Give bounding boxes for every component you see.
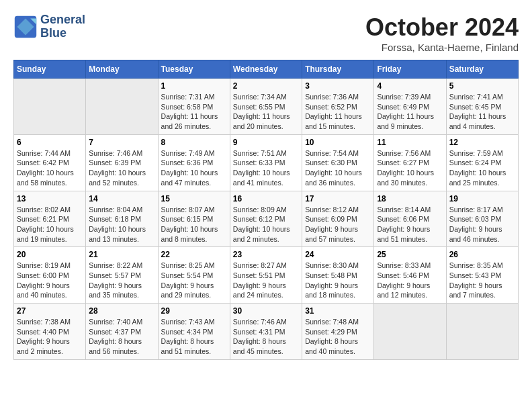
- day-info: Sunrise: 7:36 AM Sunset: 6:52 PM Dayligh…: [305, 92, 371, 132]
- day-info: Sunrise: 7:34 AM Sunset: 6:55 PM Dayligh…: [233, 92, 299, 132]
- day-info: Sunrise: 7:44 AM Sunset: 6:42 PM Dayligh…: [17, 148, 83, 188]
- day-info: Sunrise: 7:46 AM Sunset: 4:31 PM Dayligh…: [233, 317, 299, 357]
- calendar-cell: 12Sunrise: 7:59 AM Sunset: 6:24 PM Dayli…: [446, 134, 518, 191]
- day-info: Sunrise: 8:04 AM Sunset: 6:18 PM Dayligh…: [89, 205, 154, 244]
- day-info: Sunrise: 7:59 AM Sunset: 6:24 PM Dayligh…: [449, 148, 515, 188]
- day-number: 12: [449, 138, 515, 147]
- calendar-cell: 1Sunrise: 7:31 AM Sunset: 6:58 PM Daylig…: [158, 79, 230, 135]
- day-number: 11: [377, 138, 443, 147]
- day-number: 29: [161, 306, 227, 316]
- day-info: Sunrise: 7:49 AM Sunset: 6:36 PM Dayligh…: [161, 148, 227, 188]
- day-number: 10: [305, 138, 371, 147]
- day-number: 14: [89, 194, 154, 203]
- calendar-subtitle: Forssa, Kanta-Haeme, Finland: [365, 42, 519, 53]
- calendar-cell: 24Sunrise: 8:30 AM Sunset: 5:48 PM Dayli…: [302, 247, 374, 304]
- day-number: 2: [233, 81, 299, 91]
- day-number: 28: [89, 306, 154, 316]
- day-info: Sunrise: 7:40 AM Sunset: 4:37 PM Dayligh…: [89, 317, 154, 357]
- logo-icon: [13, 15, 38, 39]
- calendar-cell: 10Sunrise: 7:54 AM Sunset: 6:30 PM Dayli…: [302, 134, 374, 191]
- day-info: Sunrise: 8:02 AM Sunset: 6:21 PM Dayligh…: [17, 205, 83, 244]
- day-info: Sunrise: 7:56 AM Sunset: 6:27 PM Dayligh…: [377, 148, 443, 188]
- day-info: Sunrise: 7:54 AM Sunset: 6:30 PM Dayligh…: [305, 148, 371, 188]
- day-header-sunday: Sunday: [14, 60, 86, 79]
- calendar-cell: 30Sunrise: 7:46 AM Sunset: 4:31 PM Dayli…: [230, 304, 302, 360]
- day-number: 23: [233, 250, 299, 259]
- calendar-cell: 25Sunrise: 8:33 AM Sunset: 5:46 PM Dayli…: [374, 247, 446, 304]
- day-info: Sunrise: 7:31 AM Sunset: 6:58 PM Dayligh…: [161, 92, 227, 132]
- calendar-cell: 6Sunrise: 7:44 AM Sunset: 6:42 PM Daylig…: [14, 134, 86, 191]
- day-number: 22: [161, 250, 227, 259]
- day-number: 18: [377, 194, 443, 203]
- calendar-cell: 3Sunrise: 7:36 AM Sunset: 6:52 PM Daylig…: [302, 79, 374, 135]
- calendar-cell: [374, 304, 446, 360]
- day-header-tuesday: Tuesday: [158, 60, 230, 79]
- calendar-cell: 15Sunrise: 8:07 AM Sunset: 6:15 PM Dayli…: [158, 191, 230, 247]
- calendar-cell: 7Sunrise: 7:46 AM Sunset: 6:39 PM Daylig…: [86, 134, 158, 191]
- calendar-cell: 28Sunrise: 7:40 AM Sunset: 4:37 PM Dayli…: [86, 304, 158, 360]
- day-number: 15: [161, 194, 227, 203]
- header-row: SundayMondayTuesdayWednesdayThursdayFrid…: [14, 60, 519, 79]
- day-info: Sunrise: 8:07 AM Sunset: 6:15 PM Dayligh…: [161, 205, 227, 244]
- day-header-thursday: Thursday: [302, 60, 374, 79]
- day-number: 9: [233, 138, 299, 147]
- day-info: Sunrise: 8:22 AM Sunset: 5:57 PM Dayligh…: [89, 261, 154, 300]
- day-header-monday: Monday: [86, 60, 158, 79]
- day-info: Sunrise: 7:39 AM Sunset: 6:49 PM Dayligh…: [377, 92, 443, 132]
- day-number: 5: [449, 81, 515, 91]
- day-number: 17: [305, 194, 371, 203]
- day-number: 6: [17, 138, 83, 147]
- calendar-cell: 14Sunrise: 8:04 AM Sunset: 6:18 PM Dayli…: [86, 191, 158, 247]
- day-number: 4: [377, 81, 443, 91]
- day-info: Sunrise: 8:09 AM Sunset: 6:12 PM Dayligh…: [233, 205, 299, 244]
- day-number: 1: [161, 81, 227, 91]
- logo-text: General Blue: [40, 13, 85, 40]
- day-info: Sunrise: 8:33 AM Sunset: 5:46 PM Dayligh…: [377, 261, 443, 300]
- calendar-cell: 19Sunrise: 8:17 AM Sunset: 6:03 PM Dayli…: [446, 191, 518, 247]
- day-info: Sunrise: 8:35 AM Sunset: 5:43 PM Dayligh…: [449, 261, 515, 300]
- page-header: General Blue October 2024 Forssa, Kanta-…: [13, 13, 519, 53]
- day-info: Sunrise: 7:51 AM Sunset: 6:33 PM Dayligh…: [233, 148, 299, 188]
- calendar-cell: [86, 79, 158, 135]
- calendar-cell: 13Sunrise: 8:02 AM Sunset: 6:21 PM Dayli…: [14, 191, 86, 247]
- day-number: 8: [161, 138, 227, 147]
- day-info: Sunrise: 8:14 AM Sunset: 6:06 PM Dayligh…: [377, 205, 443, 244]
- day-info: Sunrise: 8:30 AM Sunset: 5:48 PM Dayligh…: [305, 261, 371, 300]
- day-header-friday: Friday: [374, 60, 446, 79]
- day-number: 3: [305, 81, 371, 91]
- day-header-wednesday: Wednesday: [230, 60, 302, 79]
- calendar-cell: 23Sunrise: 8:27 AM Sunset: 5:51 PM Dayli…: [230, 247, 302, 304]
- week-row-1: 1Sunrise: 7:31 AM Sunset: 6:58 PM Daylig…: [14, 79, 519, 135]
- week-row-4: 20Sunrise: 8:19 AM Sunset: 6:00 PM Dayli…: [14, 247, 519, 304]
- day-info: Sunrise: 8:12 AM Sunset: 6:09 PM Dayligh…: [305, 205, 371, 244]
- day-number: 24: [305, 250, 371, 259]
- calendar-cell: 16Sunrise: 8:09 AM Sunset: 6:12 PM Dayli…: [230, 191, 302, 247]
- day-number: 25: [377, 250, 443, 259]
- day-number: 30: [233, 306, 299, 316]
- calendar-cell: 11Sunrise: 7:56 AM Sunset: 6:27 PM Dayli…: [374, 134, 446, 191]
- calendar-cell: 29Sunrise: 7:43 AM Sunset: 4:34 PM Dayli…: [158, 304, 230, 360]
- day-info: Sunrise: 7:46 AM Sunset: 6:39 PM Dayligh…: [89, 148, 154, 188]
- day-info: Sunrise: 8:17 AM Sunset: 6:03 PM Dayligh…: [449, 205, 515, 244]
- calendar-cell: 21Sunrise: 8:22 AM Sunset: 5:57 PM Dayli…: [86, 247, 158, 304]
- day-info: Sunrise: 7:38 AM Sunset: 4:40 PM Dayligh…: [17, 317, 83, 357]
- calendar-cell: 8Sunrise: 7:49 AM Sunset: 6:36 PM Daylig…: [158, 134, 230, 191]
- calendar-table: SundayMondayTuesdayWednesdayThursdayFrid…: [13, 60, 519, 360]
- calendar-title: October 2024: [365, 13, 519, 42]
- calendar-cell: 20Sunrise: 8:19 AM Sunset: 6:00 PM Dayli…: [14, 247, 86, 304]
- day-number: 31: [305, 306, 371, 316]
- day-header-saturday: Saturday: [446, 60, 518, 79]
- calendar-cell: 26Sunrise: 8:35 AM Sunset: 5:43 PM Dayli…: [446, 247, 518, 304]
- calendar-cell: 18Sunrise: 8:14 AM Sunset: 6:06 PM Dayli…: [374, 191, 446, 247]
- day-number: 21: [89, 250, 154, 259]
- calendar-cell: 17Sunrise: 8:12 AM Sunset: 6:09 PM Dayli…: [302, 191, 374, 247]
- day-info: Sunrise: 7:41 AM Sunset: 6:45 PM Dayligh…: [449, 92, 515, 132]
- day-number: 19: [449, 194, 515, 203]
- calendar-cell: 4Sunrise: 7:39 AM Sunset: 6:49 PM Daylig…: [374, 79, 446, 135]
- calendar-cell: [14, 79, 86, 135]
- week-row-5: 27Sunrise: 7:38 AM Sunset: 4:40 PM Dayli…: [14, 304, 519, 360]
- day-number: 20: [17, 250, 83, 259]
- day-number: 7: [89, 138, 154, 147]
- calendar-cell: 2Sunrise: 7:34 AM Sunset: 6:55 PM Daylig…: [230, 79, 302, 135]
- calendar-cell: 22Sunrise: 8:25 AM Sunset: 5:54 PM Dayli…: [158, 247, 230, 304]
